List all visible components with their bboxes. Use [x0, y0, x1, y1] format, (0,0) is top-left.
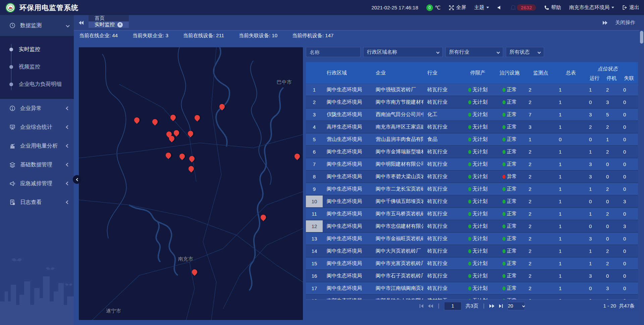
close-operations-button[interactable]: 关闭操作 [615, 19, 635, 26]
table-row[interactable]: 18南部生态环境局南部县砖化土砖有限公建材加工无计划正常60060 [306, 295, 638, 300]
prev-page-button[interactable] [428, 304, 433, 308]
table-row[interactable]: 9阆中生态环境局阆中市二龙长宝页岩砖砖瓦行业无计划正常21120 [306, 183, 638, 196]
map-panel[interactable]: 巴中市南充市遂宁市 [79, 47, 303, 320]
name-search-input[interactable] [306, 47, 361, 57]
cell-industry: 砖瓦行业 [423, 183, 462, 195]
mute-button[interactable] [497, 5, 502, 10]
notifications-button[interactable]: 2632 [510, 4, 536, 11]
theme-dropdown[interactable]: 主题 [474, 4, 489, 11]
sidebar-subitem-企业电力负荷明细[interactable]: 企业电力负荷明细 [0, 75, 74, 93]
cell-monitor: 2 [526, 208, 556, 220]
industry-select[interactable]: 所有行业 [445, 47, 503, 57]
sidebar-item-7[interactable]: 日志查看 [0, 193, 74, 212]
stat-label: 当前失联企业: [132, 33, 165, 38]
stop-limit-text: 无计划 [473, 173, 488, 180]
cell-region: 阆中生态环境局 [323, 258, 370, 269]
cell-running: 1 [586, 146, 603, 158]
page-number-input[interactable] [444, 302, 462, 310]
page-size-select[interactable]: 20 [507, 302, 525, 310]
notification-count-badge[interactable]: 2632 [517, 4, 536, 11]
cell-lost: 0 [620, 133, 638, 145]
chevron-left-icon [66, 163, 69, 166]
tab-实时监控[interactable]: 实时监控× [89, 21, 129, 28]
cell-stopped: 2 [603, 146, 620, 158]
page-scrollbar [639, 30, 644, 325]
sidebar-subitem-实时监控[interactable]: 实时监控 [0, 41, 74, 58]
sidebar-item-label: 企业综合统计 [20, 124, 52, 131]
tab-label: 实时监控 [95, 21, 115, 28]
cell-stopped: 2 [603, 258, 620, 269]
tab-close-icon[interactable]: × [117, 22, 123, 28]
sidebar-item-4[interactable]: 企业用电量分析 [0, 137, 74, 155]
cell-monitor: 2 [526, 233, 556, 245]
cell-stopped: 6 [603, 295, 620, 300]
next-page-button[interactable] [489, 304, 495, 308]
table-row[interactable]: 17阆中生态环境局阆中市江南镇阆南页岩砖瓦行业无计划正常21030 [306, 282, 638, 295]
status-select[interactable]: 所有状态 [506, 47, 544, 57]
org-dropdown[interactable]: 南充市生态环境局 [569, 4, 614, 11]
col-header-meter: 总表 [556, 62, 586, 84]
table-row[interactable]: 1阆中生态环境局阆中强锐页岩砖厂砖瓦行业无计划正常21120 [306, 84, 638, 96]
table-row[interactable]: 3仪陇生态环境局西南油气田分公司川中化工无计划正常71350 [306, 109, 638, 121]
cell-lost: 0 [620, 258, 638, 269]
cell-rownum: 16 [306, 270, 323, 282]
cell-meter: 1 [556, 183, 586, 195]
status-dot-icon [502, 249, 505, 253]
cell-stopped: 2 [603, 84, 620, 96]
table-row[interactable]: 11阆中生态环境局阆中市五马桥页岩机砖砖瓦行业无计划正常21120 [306, 208, 638, 220]
table-row[interactable]: 8阆中生态环境局阆中市枣碧大梁山页岩砖瓦行业无计划异常21300 [306, 171, 638, 183]
first-page-button[interactable] [419, 304, 424, 308]
cell-monitor: 2 [526, 96, 556, 108]
app-logo-icon [5, 3, 15, 13]
facility-text: 正常 [507, 87, 517, 93]
stat-label: 当前失联设备: [239, 33, 272, 38]
table-row[interactable]: 2阆中生态环境局阆中市南方节能建材有砖瓦行业无计划正常21030 [306, 96, 638, 109]
table-row[interactable]: 4高坪生态环境局南充市高坪区王家店建砖瓦行业无计划正常31220 [306, 121, 638, 133]
status-dot-icon [468, 249, 471, 253]
tab-label: 首页 [95, 15, 105, 21]
tabs-scroll-left-button[interactable] [74, 15, 89, 30]
facility-text: 正常 [507, 248, 517, 254]
sidebar-item-1[interactable]: 数据监测 [0, 15, 74, 36]
cell-lost: 0 [620, 208, 638, 220]
table-row[interactable]: 15阆中生态环境局阆中市光富页岩机砖厂砖瓦行业无计划正常21120 [306, 258, 638, 270]
scrollbar-thumb[interactable] [640, 31, 643, 44]
table-row[interactable]: 7阆中生态环境局阆中明阳建材有限公司砖瓦行业无计划正常21300 [306, 158, 638, 171]
sidebar-collapse-button[interactable] [73, 175, 81, 184]
col-header-rownum [306, 62, 323, 84]
map-city-label: 南充市 [178, 256, 193, 262]
table-row[interactable]: 12阆中生态环境局阆中市忠信建材有限公砖瓦行业无计划正常21003 [306, 220, 638, 233]
sidebar-item-5[interactable]: 基础数据管理 [0, 155, 74, 174]
double-chevron-right-icon[interactable] [602, 20, 608, 25]
cell-meter: 1 [556, 171, 586, 182]
table-row[interactable]: 10阆中生态环境局阆中千佛镇五郎垭页岩砖瓦行业无计划正常21003 [306, 196, 638, 208]
cell-enterprise: 阆中市五马桥页岩机砖 [370, 208, 423, 220]
status-dot-icon [468, 262, 471, 266]
table-row[interactable]: 14阆中生态环境局阆中大兴页岩机砖厂砖瓦行业无计划正常21120 [306, 245, 638, 258]
sidebar-subitem-label: 视频监控 [19, 63, 40, 70]
sidebar-item-6[interactable]: 应急减排管理 [0, 174, 74, 193]
fullscreen-button[interactable]: 全屏 [449, 4, 466, 11]
cell-running: 2 [586, 121, 603, 133]
table-row[interactable]: 13阆中生态环境局阆中市金福旺页岩机砖砖瓦行业无计划正常21300 [306, 233, 638, 245]
help-button[interactable]: 帮助 [544, 4, 561, 11]
table-row[interactable]: 16阆中生态环境局阆中市石子页岩机砖厂砖瓦行业无计划正常21300 [306, 270, 638, 282]
cell-enterprise: 西南油气田分公司川中 [370, 109, 423, 120]
pager-separator: | [482, 303, 485, 309]
table-row[interactable]: 6阆中生态环境局阆中市金博瑞新型墙材砖瓦行业无计划正常21120 [306, 146, 638, 158]
cell-monitor: 2 [526, 282, 556, 294]
submenu-dot-icon [9, 48, 13, 51]
cell-stop-limit: 无计划 [462, 196, 494, 207]
cell-industry: 食品 [423, 133, 462, 145]
facility-text: 正常 [507, 161, 517, 167]
sidebar-item-2[interactable]: 企业异常 [0, 99, 74, 118]
tab-首页[interactable]: 首页 [89, 15, 129, 21]
sidebar-item-3[interactable]: 企业综合统计 [0, 118, 74, 137]
cell-enterprise: 阆中市金博瑞新型墙材 [370, 146, 423, 158]
table-row[interactable]: 5营山生态环境局营山县润丰肉食品有限食品无计划正常10010 [306, 133, 638, 146]
logout-button[interactable]: 退出 [622, 4, 639, 11]
last-page-button[interactable] [499, 304, 503, 308]
sidebar-subitem-视频监控[interactable]: 视频监控 [0, 58, 74, 75]
cell-enterprise: 阆中市忠信建材有限公 [370, 220, 423, 232]
region-select[interactable]: 行政区域名称 [363, 47, 443, 57]
